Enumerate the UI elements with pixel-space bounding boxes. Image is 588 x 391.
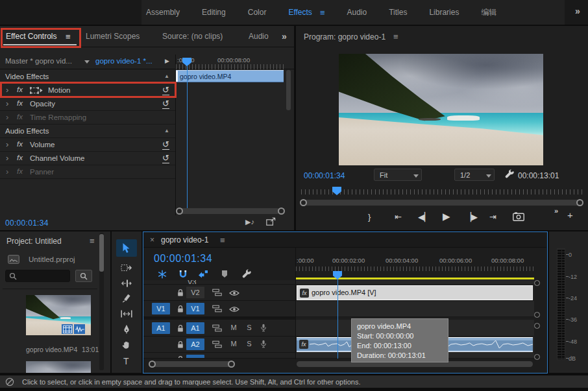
reset-effect-icon[interactable]: ↺ <box>162 85 169 95</box>
effect-row-opacity[interactable]: › fx Opacity ↺ <box>0 97 175 111</box>
ec-vertical-scrollbar[interactable] <box>286 70 291 110</box>
ec-current-timecode[interactable]: 00:00:01:34 <box>5 219 49 228</box>
lock-icon[interactable] <box>177 305 184 313</box>
workspace-tab-titles[interactable]: Titles <box>389 8 407 17</box>
program-scroll-knob-right[interactable] <box>576 199 583 206</box>
video-clip-gopro[interactable]: fx gopro video.MP4 [V] <box>297 285 533 300</box>
reset-effect-icon[interactable]: ↺ <box>162 139 169 150</box>
ec-scroll-knob-left[interactable] <box>176 207 183 215</box>
project-file-name[interactable]: Untitled.prproj <box>29 255 75 263</box>
panel-tab-overflow-icon[interactable]: » <box>282 31 287 41</box>
selection-tool-icon[interactable] <box>122 243 130 254</box>
voiceover-mic-icon[interactable] <box>260 340 267 348</box>
toggle-track-output-eye-icon[interactable] <box>229 306 239 313</box>
ec-mini-clip[interactable]: gopro video.MP4 <box>176 70 284 82</box>
play-button[interactable]: ▶ <box>443 211 450 222</box>
lock-icon[interactable] <box>177 340 184 349</box>
workspace-menu-icon[interactable]: ≡ <box>320 8 325 18</box>
ripple-edit-tool-icon[interactable] <box>121 279 132 287</box>
slip-tool-icon[interactable] <box>121 310 132 318</box>
zoom-level-select[interactable]: Fit <box>374 169 422 181</box>
clip-thumbnail[interactable] <box>26 295 91 335</box>
expand-chevron-icon[interactable]: › <box>6 85 8 95</box>
track-header-a2[interactable]: A2 M S <box>143 337 295 353</box>
clip-fx-badge[interactable]: fx <box>300 289 309 298</box>
audio-badge-icon[interactable] <box>74 324 85 334</box>
mark-out-button[interactable]: } <box>368 212 371 222</box>
scroll-knob[interactable] <box>228 361 235 368</box>
effect-row-volume[interactable]: › fx Volume ↺ <box>0 138 175 152</box>
section-audio-effects[interactable]: Audio Effects ▲ <box>0 124 175 138</box>
pen-tool-icon[interactable] <box>123 324 130 334</box>
playback-resolution-select[interactable]: 1/2 <box>454 169 495 181</box>
source-patch-v1[interactable]: V1 <box>152 303 170 314</box>
project-panel-title[interactable]: Project: Untitled <box>6 237 62 246</box>
clip-name-label[interactable]: gopro video.MP4 <box>26 346 77 353</box>
ec-scroll-knob-right[interactable] <box>278 207 285 215</box>
track-content-v1[interactable] <box>296 301 534 317</box>
type-tool-icon[interactable]: T <box>123 356 129 366</box>
track-resize-knob[interactable] <box>534 280 540 286</box>
clip-thumbnail-partial[interactable] <box>26 361 91 373</box>
sync-lock-icon[interactable] <box>212 305 222 313</box>
show-keyframes-icon[interactable]: ▶ <box>165 58 169 64</box>
scroll-knob[interactable] <box>149 361 156 368</box>
linked-selection-icon[interactable] <box>198 270 208 278</box>
hand-tool-icon[interactable] <box>122 340 131 350</box>
project-search-input[interactable] <box>5 270 70 282</box>
track-resize-knob[interactable] <box>534 312 540 318</box>
nest-sequences-icon[interactable] <box>158 270 167 279</box>
track-label-a3[interactable]: A3 <box>186 355 204 359</box>
settings-wrench-icon[interactable] <box>505 169 515 179</box>
track-header-v3[interactable]: V3 <box>143 280 295 285</box>
export-frame-camera-icon[interactable] <box>513 212 524 221</box>
effect-row-channel-volume[interactable]: › fx Channel Volume ↺ <box>0 152 175 165</box>
play-audio-icon[interactable]: ▶♪ <box>245 218 254 226</box>
go-to-out-button[interactable]: ⇥ <box>489 212 496 222</box>
expand-chevron-icon[interactable]: › <box>6 139 8 149</box>
solo-button[interactable]: S <box>245 340 254 348</box>
track-label-a1[interactable]: A1 <box>186 322 204 334</box>
track-label-a2[interactable]: A2 <box>186 338 204 350</box>
tab-audio-clip-mixer[interactable]: Audio <box>249 32 269 41</box>
effect-row-motion[interactable]: › fx Motion ↺ <box>0 84 175 97</box>
track-resize-knob[interactable] <box>534 354 540 360</box>
sync-lock-icon[interactable] <box>212 324 222 332</box>
ec-horizontal-scrollbar[interactable] <box>180 208 280 214</box>
track-header-v2[interactable]: V2 <box>143 285 295 301</box>
program-current-timecode[interactable]: 00:00:01:34 <box>304 171 345 180</box>
track-resize-knob[interactable] <box>534 323 540 329</box>
workspace-tab-audio[interactable]: Audio <box>347 8 367 17</box>
program-monitor-title[interactable]: Program: gopro video-1 <box>304 32 386 41</box>
search-bin-button[interactable] <box>75 270 92 282</box>
voiceover-mic-icon[interactable] <box>260 324 267 332</box>
track-header-v1[interactable]: V1 V1 <box>143 301 295 317</box>
lock-icon[interactable] <box>177 355 184 359</box>
collapse-section-icon[interactable]: ▲ <box>164 73 169 79</box>
program-menu-icon[interactable]: ≡ <box>393 32 398 41</box>
effect-row-time-remapping[interactable]: › fx Time Remapping <box>0 111 175 124</box>
timeline-settings-wrench-icon[interactable] <box>242 269 252 279</box>
sequence-tab[interactable]: gopro video-1 <box>161 235 208 244</box>
expand-chevron-icon[interactable]: › <box>6 167 8 176</box>
expand-chevron-icon[interactable]: › <box>6 99 8 108</box>
project-menu-icon[interactable]: ≡ <box>90 236 95 246</box>
track-label-v1[interactable]: V1 <box>186 303 204 314</box>
razor-tool-icon[interactable] <box>122 294 131 303</box>
workspace-tab-color[interactable]: Color <box>248 8 267 17</box>
reset-effect-icon[interactable]: ↺ <box>162 153 169 163</box>
transport-more-icon[interactable]: » <box>554 207 558 215</box>
source-patch-a1[interactable]: A1 <box>152 322 170 334</box>
go-to-in-button[interactable]: ⇤ <box>395 212 402 222</box>
step-back-button[interactable]: ◀▏ <box>418 212 431 222</box>
track-header-a3-partial[interactable]: A3 <box>143 353 295 359</box>
mute-button[interactable]: M <box>229 340 238 348</box>
add-marker-icon[interactable] <box>221 270 228 278</box>
tab-source[interactable]: Source: (no clips) <box>162 32 223 41</box>
ec-playhead-line[interactable] <box>187 64 188 209</box>
workspace-tab-effects[interactable]: Effects <box>288 8 312 17</box>
reset-effect-icon[interactable]: ↺ <box>162 99 169 109</box>
workspace-tab-libraries[interactable]: Libraries <box>429 8 459 17</box>
master-clip-selector[interactable]: Master * gopro vid... <box>5 57 72 65</box>
workspace-overflow-icon[interactable]: » <box>575 6 580 16</box>
